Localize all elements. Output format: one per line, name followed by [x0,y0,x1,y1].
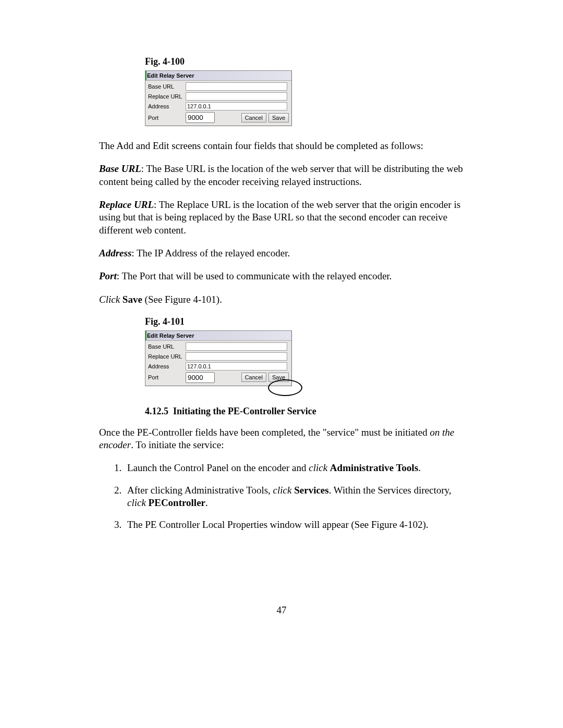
step-2-click: click [273,485,292,496]
port-label-2: Port [148,374,186,380]
port-input[interactable] [186,112,215,123]
address-label: Address [148,103,186,109]
base-url-desc: Base URL: The Base URL is the location o… [99,163,464,188]
step-1-click: click [309,462,327,473]
step-2-bold2: PEController [149,497,205,508]
port-label: Port [148,115,186,121]
base-url-input-2[interactable] [186,342,287,351]
step-2-click2: click [127,497,146,508]
address-input-2[interactable] [186,362,287,371]
port-text: : The Port that will be used to communic… [117,270,392,281]
step-3: The PE Controller Local Properties windo… [124,519,464,531]
steps-list: Launch the Control Panel on the encoder … [99,462,464,531]
step-1-bold: Administrative Tools [330,462,418,473]
section-lead-1: Once the PE-Controller fields have been … [99,427,430,438]
address-input[interactable] [186,102,287,110]
base-url-term: Base URL [99,163,141,174]
cancel-button[interactable]: Cancel [241,113,266,122]
replace-url-input[interactable] [186,92,287,101]
save-tail: (See Figure 4-101). [142,294,222,305]
section-lead-2: . To initiate the service: [131,439,224,450]
port-desc: Port: The Port that will be used to comm… [99,270,464,282]
section-number: 4.12.5 [145,406,168,416]
base-url-text: : The Base URL is the location of the we… [99,163,463,187]
step-2-mid: . Within the Services directory, [329,485,451,496]
replace-url-input-2[interactable] [186,352,287,361]
base-url-input[interactable] [186,82,287,91]
page-number: 47 [99,604,464,616]
step-2c: . [205,497,208,508]
step-1a: Launch the Control Panel on the encoder … [127,462,309,473]
click-save-instruction: Click Save (See Figure 4-101). [99,293,464,306]
step-2: After clicking Administrative Tools, cli… [124,484,464,510]
step-2-bold: Services [294,485,328,496]
address-desc: Address: The IP Address of the relayed e… [99,247,464,260]
save-word: Save [123,294,142,305]
section-title: Initiating the PE-Controller Service [173,406,316,416]
cancel-button-2[interactable]: Cancel [241,373,266,382]
step-1c: . [418,462,421,473]
address-text: : The IP Address of the relayed encoder. [131,248,290,258]
address-label-2: Address [148,363,186,369]
port-input-2[interactable] [186,372,215,383]
dialog-title-2: Edit Relay Server [145,331,291,341]
save-button-2[interactable]: Save [268,373,289,382]
base-url-label: Base URL [148,83,186,90]
intro-paragraph: The Add and Edit screens contain four fi… [99,140,464,152]
save-button[interactable]: Save [268,113,289,122]
replace-url-label: Replace URL [148,93,186,100]
edit-relay-server-dialog-2: Edit Relay Server Base URL Replace URL A… [145,330,292,386]
edit-relay-server-dialog-1: Edit Relay Server Base URL Replace URL A… [145,70,292,126]
step-2a: After clicking Administrative Tools, [127,485,273,496]
click-word: Click [99,294,120,305]
replace-url-label-2: Replace URL [148,353,186,360]
section-lead: Once the PE-Controller fields have been … [99,426,464,452]
base-url-label-2: Base URL [148,343,186,350]
figure-label-1: Fig. 4-100 [145,56,464,67]
address-term: Address [99,248,131,258]
port-term: Port [99,270,117,281]
replace-url-desc: Replace URL: The Replace URL is the loca… [99,199,464,237]
section-heading: 4.12.5 Initiating the PE-Controller Serv… [145,406,464,417]
figure-label-2: Fig. 4-101 [145,316,464,327]
dialog-title-1: Edit Relay Server [145,71,291,81]
replace-url-term: Replace URL [99,199,154,210]
step-1: Launch the Control Panel on the encoder … [124,462,464,474]
